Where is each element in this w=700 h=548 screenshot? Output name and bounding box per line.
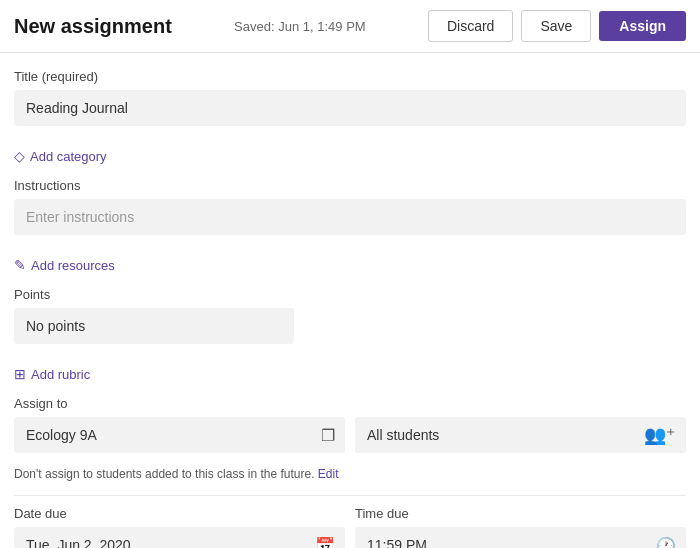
class-input[interactable] [14,417,345,453]
instructions-input[interactable] [14,199,686,235]
title-input[interactable] [14,90,686,126]
add-resources-button[interactable]: ✎ Add resources [14,257,115,273]
date-input-wrap: 📅 [14,527,345,548]
assign-to-row: ❐ 👥⁺ [14,417,686,453]
resources-icon: ✎ [14,257,26,273]
page-title: New assignment [14,15,172,38]
rubric-icon: ⊞ [14,366,26,382]
time-due-field: Time due 🕐 [355,506,686,548]
assign-to-label: Assign to [14,396,686,411]
add-resources-label: Add resources [31,258,115,273]
save-button[interactable]: Save [521,10,591,42]
page-header: New assignment Saved: Jun 1, 1:49 PM Dis… [0,0,700,53]
date-time-row: Date due 📅 Time due 🕐 [14,506,686,548]
divider [14,495,686,496]
future-students-edit-link[interactable]: Edit [318,467,339,481]
instructions-label: Instructions [14,178,686,193]
clock-icon: 🕐 [656,536,676,549]
saved-status: Saved: Jun 1, 1:49 PM [184,19,416,34]
points-section: Points [14,287,686,344]
form-content: Title (required) ◇ Add category Instruct… [0,53,700,548]
copy-icon: ❐ [321,426,335,445]
future-students-note: Don't assign to students added to this c… [14,467,686,481]
assign-to-section: Assign to ❐ 👥⁺ [14,396,686,453]
calendar-icon: 📅 [315,536,335,549]
date-due-field: Date due 📅 [14,506,345,548]
add-rubric-button[interactable]: ⊞ Add rubric [14,366,90,382]
add-category-label: Add category [30,149,107,164]
date-due-label: Date due [14,506,345,521]
add-rubric-label: Add rubric [31,367,90,382]
time-due-input[interactable] [355,527,686,548]
time-due-label: Time due [355,506,686,521]
discard-button[interactable]: Discard [428,10,513,42]
add-student-icon: 👥⁺ [644,424,676,446]
add-category-button[interactable]: ◇ Add category [14,148,107,164]
date-due-input[interactable] [14,527,345,548]
header-actions: Discard Save Assign [428,10,686,42]
students-input[interactable] [355,417,686,453]
category-icon: ◇ [14,148,25,164]
instructions-section: Instructions [14,178,686,235]
students-field: 👥⁺ [355,417,686,453]
points-label: Points [14,287,686,302]
time-input-wrap: 🕐 [355,527,686,548]
title-label: Title (required) [14,69,686,84]
assign-button[interactable]: Assign [599,11,686,41]
class-field: ❐ [14,417,345,453]
title-section: Title (required) [14,69,686,126]
points-input[interactable] [14,308,294,344]
